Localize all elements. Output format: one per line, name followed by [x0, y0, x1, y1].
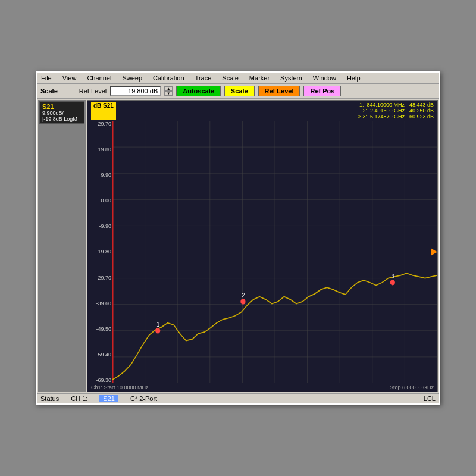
- marker-1: 1: 844.10000 MHz -48.443 dB: [359, 102, 434, 108]
- trace-name: S21: [42, 103, 82, 110]
- y-label-2: 9.90: [87, 172, 111, 178]
- menu-bar: File View Channel Sweep Calibration Trac…: [37, 73, 439, 84]
- y-label-0: 29.70: [87, 121, 111, 127]
- scale-label: Scale: [40, 87, 58, 95]
- y-axis: 29.70 19.80 9.90 0.00 -9.90 -19.80 -29.7…: [87, 121, 112, 383]
- port-label: C* 2-Port: [130, 395, 157, 402]
- ref-level-input[interactable]: [110, 86, 161, 96]
- y-label-1: 19.80: [87, 146, 111, 152]
- y-label-3: 0.00: [87, 198, 111, 203]
- y-label-4: -9.90: [87, 223, 111, 229]
- y-label-6: -29.70: [87, 275, 111, 281]
- spinner-up[interactable]: ▲: [164, 86, 173, 91]
- menu-channel[interactable]: Channel: [85, 74, 113, 82]
- grid-area: 1 2 3: [112, 121, 437, 383]
- marker-2: 2: 2.401500 GHz -40.250 dB: [362, 108, 434, 114]
- menu-calibration[interactable]: Calibration: [151, 74, 186, 82]
- marker-1-dot: [155, 328, 160, 334]
- menu-trace[interactable]: Trace: [193, 74, 214, 82]
- menu-sweep[interactable]: Sweep: [120, 74, 144, 82]
- main-area: S21 9.900dB/|-19.8dB LogM dB S21 1: 844.…: [37, 99, 439, 393]
- ref-level-label: Ref Level: [79, 87, 107, 95]
- chart-body: 29.70 19.80 9.90 0.00 -9.90 -19.80 -29.7…: [87, 121, 437, 383]
- status-label: Status: [40, 395, 59, 402]
- menu-file[interactable]: File: [39, 74, 54, 82]
- y-label-9: -59.40: [87, 352, 111, 358]
- chart-header: dB S21 1: 844.10000 MHz -48.443 dB 2: 2.…: [87, 101, 437, 121]
- stop-label: Stop 6.00000 GHz: [390, 384, 434, 390]
- marker-2-label: 2: [242, 292, 245, 299]
- start-label: Ch1: Start 10.0000 MHz: [91, 384, 149, 390]
- marker-2-dot: [240, 299, 245, 305]
- trace-info: 9.900dB/|-19.8dB LogM: [42, 110, 82, 122]
- toolbar: Scale Ref Level ▲ ▼ Autoscale Scale Ref …: [37, 84, 439, 99]
- menu-system[interactable]: System: [278, 74, 304, 82]
- ref-level-spinner[interactable]: ▲ ▼: [164, 86, 173, 96]
- menu-view[interactable]: View: [61, 74, 79, 82]
- y-label-8: -49.50: [87, 326, 111, 332]
- autoscale-button[interactable]: Autoscale: [176, 86, 221, 96]
- chart-svg: 1 2 3: [112, 121, 437, 383]
- ch-label: CH 1:: [71, 395, 87, 402]
- menu-window[interactable]: Window: [311, 74, 338, 82]
- marker-3: > 3: 5.174870 GHz -60.923 dB: [358, 114, 434, 120]
- left-panel: S21 9.900dB/|-19.8dB LogM: [38, 100, 86, 392]
- marker-3-label: 3: [392, 273, 395, 280]
- chart-footer: Ch1: Start 10.0000 MHz Stop 6.00000 GHz: [87, 383, 437, 392]
- chart-area: dB S21 1: 844.10000 MHz -48.443 dB 2: 2.…: [87, 100, 438, 392]
- marker-3-dot: [390, 280, 395, 286]
- y-label-5: -19.80: [87, 249, 111, 255]
- scale-button[interactable]: Scale: [224, 86, 255, 96]
- menu-scale[interactable]: Scale: [220, 74, 240, 82]
- y-label-7: -39.60: [87, 300, 111, 306]
- spinner-down[interactable]: ▼: [164, 91, 173, 96]
- lcl-label: LCL: [424, 395, 436, 402]
- marker-1-label: 1: [156, 321, 160, 328]
- status-bar: Status CH 1: S21 C* 2-Port LCL: [37, 393, 439, 403]
- db-label: dB S21: [91, 102, 116, 120]
- menu-help[interactable]: Help: [345, 74, 362, 82]
- trace-box: S21 9.900dB/|-19.8dB LogM: [39, 101, 84, 124]
- y-label-10: -69.30: [87, 377, 111, 383]
- ref-level-button[interactable]: Ref Level: [258, 86, 300, 96]
- s21-value: S21: [99, 395, 118, 402]
- ref-pos-button[interactable]: Ref Pos: [303, 86, 341, 96]
- marker-readout: 1: 844.10000 MHz -48.443 dB 2: 2.401500 …: [358, 102, 434, 120]
- app-window: File View Channel Sweep Calibration Trac…: [36, 71, 440, 405]
- menu-marker[interactable]: Marker: [248, 74, 271, 82]
